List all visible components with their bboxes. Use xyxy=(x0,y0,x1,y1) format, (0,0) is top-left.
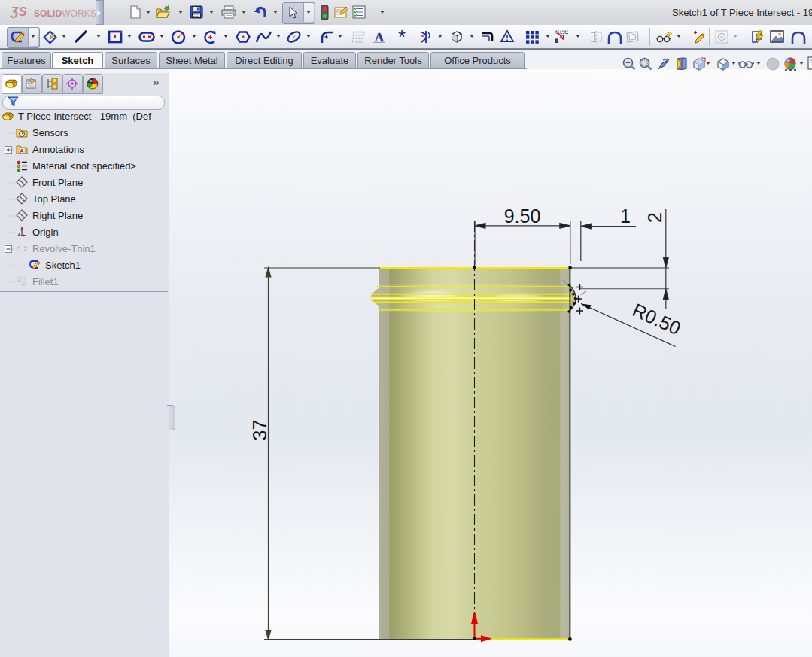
svg-text:37: 37 xyxy=(249,420,270,441)
svg-text:1: 1 xyxy=(620,205,631,227)
svg-text:A: A xyxy=(20,148,24,154)
svg-text:9.50: 9.50 xyxy=(504,205,541,227)
svg-text:2: 2 xyxy=(644,212,665,223)
